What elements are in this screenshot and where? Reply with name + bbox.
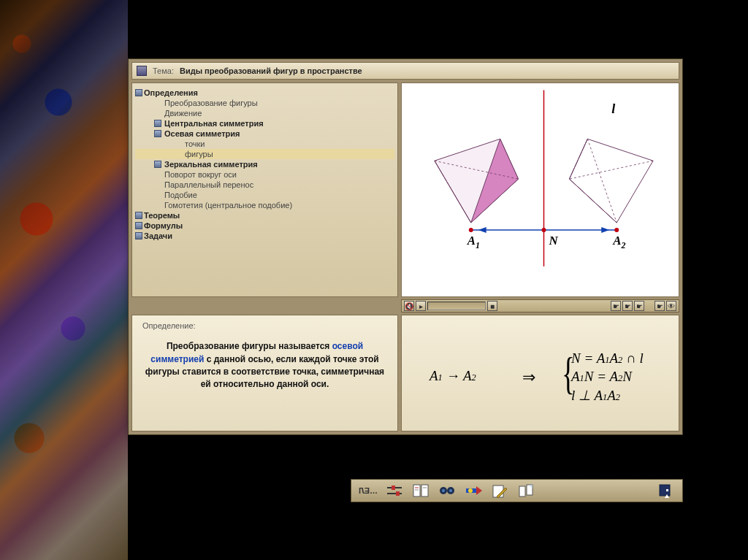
svg-rect-41 bbox=[666, 489, 668, 491]
svg-text:N: N bbox=[548, 234, 558, 248]
hand-2-button[interactable]: ☛ bbox=[622, 301, 633, 311]
toolbar-text: …ЕЛ bbox=[359, 486, 378, 495]
definition-text: Преобразование фигуры называется осевой … bbox=[142, 340, 387, 391]
eye-button[interactable]: 👁 bbox=[666, 301, 676, 311]
nav-item-6[interactable]: фигуры bbox=[135, 149, 394, 159]
nav-item-label: Параллельный перенос bbox=[164, 180, 253, 189]
svg-point-14 bbox=[469, 228, 473, 232]
nav-item-5[interactable]: точки bbox=[135, 139, 394, 149]
theme-bar: Тема: Виды преобразований фигур в простр… bbox=[131, 62, 679, 80]
svg-rect-25 bbox=[421, 485, 428, 496]
bullet-icon bbox=[135, 232, 142, 239]
nav-item-1[interactable]: Преобразование фигуры bbox=[135, 98, 394, 108]
nav-item-label: Зеркальная симметрия bbox=[164, 160, 258, 169]
svg-point-32 bbox=[449, 489, 452, 492]
tool-binoculars-icon[interactable] bbox=[438, 483, 457, 499]
figure-panel: l A1 N A2 bbox=[401, 83, 679, 297]
nav-item-label: Поворот вокруг оси bbox=[164, 170, 237, 179]
hand-1-button[interactable]: ☛ bbox=[611, 301, 621, 311]
nav-item-0[interactable]: Определения bbox=[135, 88, 394, 98]
bullet-icon bbox=[154, 130, 161, 137]
nav-item-label: Определения bbox=[144, 88, 198, 97]
svg-text:l: l bbox=[611, 101, 615, 116]
nav-item-3[interactable]: Центральная симметрия bbox=[135, 118, 394, 129]
hand-4-button[interactable]: ☛ bbox=[654, 301, 665, 311]
svg-rect-37 bbox=[519, 486, 525, 496]
svg-marker-13 bbox=[601, 227, 609, 233]
nav-item-2[interactable]: Движение bbox=[135, 108, 394, 118]
tool-notes-icon[interactable] bbox=[411, 483, 430, 499]
definition-panel: Определение: Преобразование фигуры назыв… bbox=[131, 315, 398, 431]
svg-text:A1: A1 bbox=[467, 234, 480, 250]
svg-rect-24 bbox=[413, 485, 420, 496]
theme-label: Тема: bbox=[153, 66, 174, 75]
nav-item-label: Теоремы bbox=[144, 211, 180, 220]
topic-tree: ОпределенияПреобразование фигурыДвижение… bbox=[131, 83, 398, 297]
bullet-icon bbox=[154, 161, 161, 168]
nav-item-11[interactable]: Гомотетия (центральное подобие) bbox=[135, 200, 394, 210]
theme-icon bbox=[137, 66, 147, 76]
nav-item-13[interactable]: Формулы bbox=[135, 220, 394, 231]
theme-value: Виды преобразований фигур в пространстве bbox=[180, 66, 362, 75]
nav-item-label: точки bbox=[185, 139, 205, 148]
nav-item-14[interactable]: Задачи bbox=[135, 231, 394, 241]
nav-item-label: Движение bbox=[164, 109, 202, 118]
formula-panel: A1 → A2 ⇒ { N = A1A2 ∩ l A1N = A2N l ⊥ A… bbox=[401, 315, 679, 431]
nav-item-label: Задачи bbox=[144, 231, 172, 240]
bullet-icon bbox=[135, 222, 142, 229]
tool-arrow-icon[interactable] bbox=[464, 483, 483, 499]
nav-item-label: Центральная симметрия bbox=[164, 119, 264, 128]
svg-point-16 bbox=[614, 228, 619, 232]
svg-rect-21 bbox=[392, 486, 395, 490]
nav-item-9[interactable]: Параллельный перенос bbox=[135, 180, 394, 190]
media-bar: 🔇 ▸ ■ ☛ ☛ ☛ ☛ 👁 bbox=[401, 299, 679, 312]
svg-marker-34 bbox=[476, 486, 482, 495]
progress-track[interactable] bbox=[427, 302, 486, 310]
nav-item-label: Гомотетия (центральное подобие) bbox=[164, 201, 292, 210]
hand-3-button[interactable]: ☛ bbox=[634, 301, 644, 311]
nav-item-label: Осевая симметрия bbox=[164, 129, 240, 138]
bullet-icon bbox=[135, 89, 142, 96]
tool-pages-icon[interactable] bbox=[516, 483, 535, 499]
mute-button[interactable]: 🔇 bbox=[404, 301, 414, 311]
nav-item-label: Подобие bbox=[164, 191, 197, 199]
tool-slider-icon[interactable] bbox=[385, 483, 404, 499]
tool-exit-icon[interactable] bbox=[656, 483, 675, 499]
nav-item-label: Формулы bbox=[144, 221, 183, 230]
nav-item-label: фигуры bbox=[185, 150, 213, 158]
definition-heading: Определение: bbox=[142, 321, 387, 330]
svg-point-35 bbox=[468, 488, 473, 493]
nav-item-10[interactable]: Подобие bbox=[135, 190, 394, 200]
play-button[interactable]: ▸ bbox=[416, 301, 426, 311]
decorative-background bbox=[0, 0, 128, 560]
bullet-icon bbox=[135, 212, 142, 219]
nav-item-12[interactable]: Теоремы bbox=[135, 210, 394, 220]
nav-item-7[interactable]: Зеркальная симметрия bbox=[135, 159, 394, 169]
bottom-toolbar: …ЕЛ bbox=[351, 479, 683, 502]
tool-edit-icon[interactable] bbox=[490, 483, 509, 499]
svg-marker-12 bbox=[478, 227, 486, 233]
svg-text:A2: A2 bbox=[612, 234, 625, 250]
svg-rect-23 bbox=[396, 491, 400, 496]
nav-item-4[interactable]: Осевая симметрия bbox=[135, 129, 394, 139]
nav-item-8[interactable]: Поворот вокруг оси bbox=[135, 169, 394, 180]
svg-point-15 bbox=[541, 228, 546, 232]
bullet-icon bbox=[154, 120, 161, 127]
symmetry-figure: l A1 N A2 bbox=[402, 83, 679, 296]
main-window: Тема: Виды преобразований фигур в простр… bbox=[128, 58, 683, 435]
stop-button[interactable]: ■ bbox=[487, 301, 497, 311]
nav-item-label: Преобразование фигуры bbox=[164, 99, 258, 107]
svg-point-31 bbox=[442, 489, 445, 492]
